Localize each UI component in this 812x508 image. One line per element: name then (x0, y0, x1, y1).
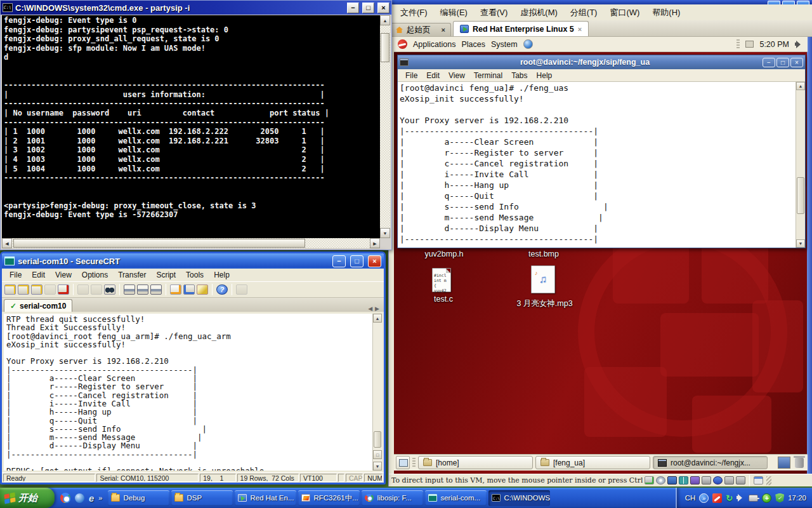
securecrt-scrollbar[interactable]: ▲ □ ▼ (372, 314, 382, 471)
terminal-scrollbar[interactable]: ▲ ▼ (796, 82, 805, 248)
desktop-icon-testc-file[interactable]: #incl int m { yuv42 (432, 268, 451, 292)
antivirus-icon[interactable]: + (762, 493, 771, 503)
menu-file[interactable]: File (401, 70, 422, 81)
session-manager-icon[interactable] (236, 284, 247, 295)
tab-prev-icon[interactable]: ◀ (368, 305, 372, 312)
zmodem-upload-icon[interactable] (124, 284, 135, 295)
vm-screen[interactable]: Applications Places System 5:20 PM yuv2b… (394, 37, 808, 474)
scroll-left-icon[interactable]: ◀ (2, 238, 12, 248)
usb-device-icon[interactable] (724, 476, 734, 485)
menu-script[interactable]: Script (151, 270, 181, 280)
scroll-down-icon[interactable]: ▼ (380, 228, 390, 238)
maximize-icon[interactable]: □ (350, 255, 363, 267)
minimize-icon[interactable]: − (347, 3, 359, 13)
menu-view[interactable]: 查看(V) (474, 6, 514, 20)
resize-grip[interactable] (766, 476, 771, 485)
disconnect-icon[interactable] (58, 284, 69, 295)
close-icon[interactable]: × (578, 25, 582, 33)
volume-icon[interactable] (737, 494, 745, 502)
redhat-menu-icon[interactable] (398, 39, 407, 49)
menu-help[interactable]: Help (532, 70, 557, 81)
task-button-debug[interactable]: Debug (108, 490, 169, 506)
vmware-maximize-button[interactable] (782, 1, 795, 4)
menu-help[interactable]: 帮助(H) (646, 6, 686, 20)
cmd-vertical-scrollbar[interactable] (380, 15, 390, 238)
vmware-titlebar[interactable] (389, 0, 812, 4)
scroll-down-icon[interactable]: ▼ (796, 239, 805, 248)
cmd-horizontal-scrollbar[interactable] (2, 238, 380, 248)
menu-group[interactable]: 分组(T) (564, 6, 604, 20)
language-indicator[interactable]: CH (685, 494, 696, 502)
internet-explorer-icon[interactable]: e (89, 493, 94, 504)
window-button-home[interactable]: [home] (418, 456, 533, 469)
desktop-icon-testbmp[interactable]: test.bmp (509, 250, 579, 258)
notification-tray-icon[interactable] (745, 41, 754, 48)
sync-icon[interactable]: ↻ (726, 493, 733, 503)
show-desktop-icon[interactable] (396, 456, 410, 469)
floppy-icon[interactable] (667, 476, 677, 485)
menu-applications[interactable]: Applications (413, 40, 455, 49)
find-icon[interactable] (104, 284, 115, 295)
tab-next-icon[interactable]: ▶ (375, 305, 379, 312)
volume-icon[interactable] (795, 40, 804, 48)
panel-clock[interactable]: 5:20 PM (759, 40, 789, 49)
window-button-terminal[interactable]: root@davinci:~/fengjx... (653, 456, 768, 469)
task-button-dsp[interactable]: DSP (171, 490, 233, 506)
menu-edit[interactable]: Edit (422, 70, 444, 81)
close-icon[interactable]: × (790, 58, 803, 67)
close-icon[interactable]: × (442, 26, 445, 34)
securecrt-titlebar[interactable]: serial-com10 - SecureCRT − □ × (2, 253, 384, 269)
task-button-libosip[interactable]: libosip: F... (362, 490, 423, 506)
scrollbar-thumb[interactable] (797, 177, 804, 214)
scroll-split-icon[interactable]: □ (373, 450, 382, 459)
minimize-icon[interactable]: − (763, 58, 775, 67)
help-icon[interactable]: ? (216, 284, 228, 295)
securecrt-terminal[interactable]: RTP thread quit successfully! Thread Exi… (4, 314, 382, 471)
menu-transfer[interactable]: Transfer (113, 270, 151, 280)
vmware-close-button[interactable] (797, 1, 809, 4)
task-button-cmd[interactable]: C:\ C:\WINDOWS... (488, 490, 550, 506)
menu-view[interactable]: View (50, 270, 77, 280)
tab-home-page[interactable]: 起始页 × (390, 23, 451, 36)
zmodem-download-icon[interactable] (137, 284, 148, 295)
vmware-minimize-button[interactable] (768, 1, 780, 4)
scroll-up-icon[interactable]: ▲ (380, 15, 390, 25)
tab-rhel5[interactable]: Red Hat Enterprise Linux 5 × (453, 21, 589, 36)
security-shield-icon[interactable]: ✓ (775, 493, 784, 503)
scrollbar-thumb[interactable] (13, 239, 305, 248)
menu-window[interactable]: 窗口(W) (603, 6, 646, 20)
cmd-console[interactable]: fengjx-debug: Event type is 0 fengjx-deb… (2, 15, 390, 248)
menu-places[interactable]: Places (461, 40, 485, 49)
usb-device-icon[interactable] (702, 476, 711, 485)
desktop-icon-mp3-file[interactable]: ♪ ♫ (531, 265, 555, 293)
menu-view[interactable]: View (444, 70, 469, 81)
terminal-screen[interactable]: [root@davinci feng_ua]# ./feng_uas eXosi… (398, 82, 796, 248)
menu-system[interactable]: System (491, 40, 518, 49)
menu-help[interactable]: Help (209, 270, 235, 280)
network-adapter-icon[interactable] (679, 476, 688, 485)
panel-grip[interactable] (737, 39, 740, 50)
scroll-up-icon[interactable]: ▲ (373, 314, 382, 323)
global-options-icon[interactable] (183, 284, 195, 295)
tray-expand-icon[interactable]: » (699, 493, 709, 503)
messenger-icon[interactable] (75, 493, 84, 503)
start-button[interactable]: 开始 (0, 488, 55, 508)
scrollbar-thumb[interactable] (381, 33, 390, 62)
workspace-switcher[interactable] (778, 457, 790, 469)
menu-tools[interactable]: Tools (181, 270, 209, 280)
session-tab[interactable]: ✓ serial-com10 (4, 299, 72, 312)
clone-session-icon[interactable] (31, 284, 43, 295)
tray-clock[interactable]: 17:20 (788, 494, 806, 502)
usb-device-icon[interactable] (736, 476, 745, 485)
cdrom-icon[interactable] (656, 476, 665, 485)
menu-edit[interactable]: Edit (27, 270, 50, 280)
desktop-icon-testc-label[interactable]: test.c (421, 295, 466, 304)
terminal-titlebar[interactable]: root@davinci:~/fengjx/sip/feng_ua − □ × (398, 55, 805, 69)
menu-file[interactable]: File (4, 270, 27, 280)
chrome-icon[interactable] (60, 493, 70, 503)
maximize-icon[interactable]: □ (776, 58, 789, 67)
window-button-fengua[interactable]: [feng_ua] (535, 456, 650, 469)
sound-device-icon[interactable] (690, 476, 700, 485)
hdd-icon[interactable] (645, 476, 654, 485)
menu-tabs[interactable]: Tabs (507, 70, 532, 81)
